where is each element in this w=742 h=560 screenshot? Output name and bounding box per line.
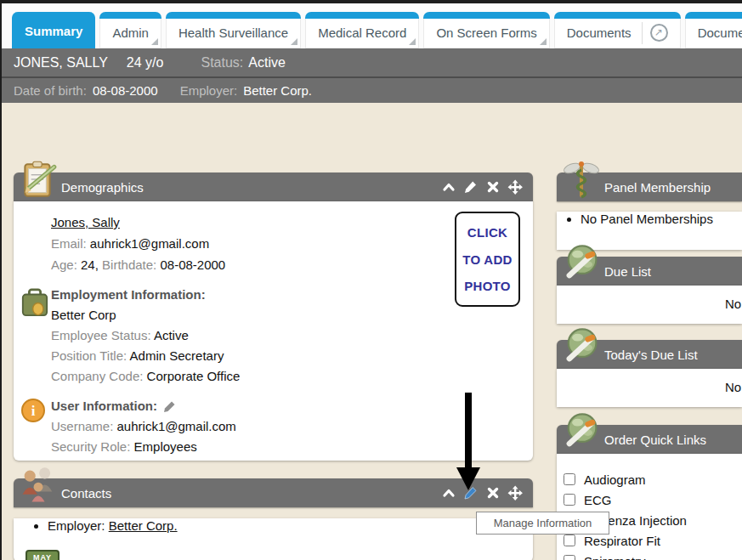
email-value: auhrick1@gmail.com	[90, 236, 209, 251]
quick-link-label: Spirometry	[584, 554, 646, 560]
tab-medical-record[interactable]: Medical Record	[305, 12, 419, 48]
close-icon[interactable]	[485, 485, 501, 501]
patient-age: 24 y/o	[127, 55, 164, 71]
edit-icon[interactable]	[463, 179, 479, 195]
contact-employer-link[interactable]: Better Corp.	[109, 518, 178, 533]
demographics-panel-header: Demographics	[14, 173, 533, 201]
move-icon[interactable]	[507, 179, 523, 195]
panel-title: Today's Due List	[604, 348, 698, 362]
contacts-panel-body: Employer: Better Corp.	[14, 518, 533, 560]
info-icon: i	[20, 398, 46, 423]
age-value: 24,	[81, 257, 99, 272]
briefcase-icon	[20, 286, 49, 319]
due-list-body: No	[557, 286, 742, 324]
patient-name-link[interactable]: Jones, Sally	[51, 215, 120, 229]
panel-title: Demographics	[61, 180, 144, 195]
spirometry-checkbox[interactable]	[564, 555, 575, 560]
tab-accent-cap	[423, 12, 549, 19]
due-list-empty-text: No	[725, 297, 741, 311]
collapse-icon[interactable]	[441, 485, 456, 501]
close-icon[interactable]	[485, 179, 501, 195]
tab-documents-dv[interactable]: Documents-DV ↗	[685, 12, 742, 48]
order-quick-links-header: Order Quick Links	[557, 425, 742, 454]
tab-documents[interactable]: Documents ↗	[554, 12, 681, 48]
tab-label: Documents	[567, 20, 632, 40]
tooltip-text: Manage Information	[494, 517, 592, 529]
user-heading: User Information:	[51, 396, 157, 416]
panel-actions	[441, 179, 533, 195]
photo-line: PHOTO	[464, 279, 511, 293]
contact-list-item: Employer: Better Corp.	[48, 518, 533, 533]
dob-label: Date of birth:	[14, 83, 87, 98]
security-role-value: Employees	[134, 439, 197, 454]
caduceus-icon	[560, 158, 603, 201]
respirator-fit-checkbox[interactable]	[564, 535, 575, 546]
tab-health-surveillance[interactable]: Health Surveillance	[166, 12, 301, 48]
panel-membership-panel: Panel Membership No Panel Memberships	[557, 173, 742, 250]
status-value: Active	[248, 55, 286, 71]
tab-on-screen-forms[interactable]: On Screen Forms	[423, 12, 549, 48]
collapse-icon[interactable]	[441, 179, 456, 195]
tab-accent-cap	[554, 12, 681, 19]
patient-subheader-bar: Date of birth: 08-08-2000 Employer: Bett…	[2, 78, 742, 103]
photo-line: TO ADD	[462, 252, 512, 267]
due-list-panel: Due List No	[557, 257, 742, 324]
patient-header-bar: JONES, SALLY 24 y/o Status: Active	[2, 48, 742, 76]
panel-title: Panel Membership	[604, 180, 711, 195]
todays-due-list-body: No	[557, 369, 742, 407]
quick-link-row: Spirometry	[557, 551, 742, 560]
todays-due-list-empty-text: No	[725, 380, 741, 394]
edit-pencil-icon[interactable]	[163, 400, 176, 413]
tab-label: Admin	[112, 20, 149, 40]
photo-line: CLICK	[467, 225, 507, 240]
tab-label: On Screen Forms	[436, 20, 536, 40]
panel-membership-empty-item: No Panel Memberships	[581, 212, 742, 226]
position-title-value: Admin Secretary	[130, 348, 224, 363]
panel-title: Order Quick Links	[604, 433, 706, 447]
age-label: Age:	[51, 257, 77, 272]
panel-membership-header: Panel Membership	[557, 173, 742, 201]
move-icon[interactable]	[507, 485, 523, 501]
status-label: Status:	[201, 55, 243, 71]
audiogram-checkbox[interactable]	[564, 473, 575, 485]
add-photo-button[interactable]: CLICK TO ADD PHOTO	[455, 212, 520, 307]
family-icon	[17, 464, 59, 506]
clipboard-pencil-icon	[17, 158, 59, 201]
submenu-indicator-icon	[409, 38, 416, 45]
annotation-arrow	[456, 393, 481, 491]
patient-summary-page: Summary Admin Health Surveillance Medica…	[0, 0, 742, 560]
employer-label: Employer:	[180, 83, 238, 98]
thermometer-icon	[560, 325, 603, 368]
todays-due-list-header: Today's Due List	[557, 340, 742, 369]
employer-value: Better Corp.	[243, 83, 312, 98]
tab-label: Documents-DV	[698, 20, 742, 40]
thermometer-icon	[560, 410, 603, 453]
contact-employer-label: Employer:	[48, 518, 105, 533]
quick-link-row: ECG	[557, 489, 742, 510]
thermometer-icon	[560, 242, 603, 285]
tab-accent-cap	[305, 12, 419, 19]
employee-status-value: Active	[154, 328, 189, 342]
external-link-icon[interactable]: ↗	[650, 24, 668, 42]
tab-admin[interactable]: Admin	[99, 12, 161, 48]
birthdate-label: Birthdate:	[102, 257, 156, 272]
window-top-edge	[0, 0, 742, 3]
tab-summary[interactable]: Summary	[12, 12, 95, 48]
main-tab-bar: Summary Admin Health Surveillance Medica…	[2, 3, 742, 48]
employment-company: Better Corp	[14, 305, 533, 325]
ecg-checkbox[interactable]	[564, 494, 575, 506]
order-quick-links-panel: Order Quick Links Audiogram ECG Influenz…	[557, 425, 742, 560]
birthdate-value: 08-08-2000	[160, 257, 225, 272]
username-value: auhrick1@gmail.com	[117, 419, 236, 433]
position-title-label: Position Title:	[51, 348, 127, 363]
window-left-edge	[0, 0, 2, 560]
quick-link-label: Respirator Fit	[584, 534, 660, 548]
quick-link-label: ECG	[584, 493, 612, 507]
employee-status-label: Employee Status:	[51, 328, 151, 342]
submenu-indicator-icon	[291, 38, 297, 45]
company-code-label: Company Code:	[51, 369, 143, 383]
svg-text:i: i	[31, 403, 36, 419]
security-role-label: Security Role:	[51, 439, 130, 454]
panel-title: Due List	[604, 264, 651, 279]
panel-title: Contacts	[61, 486, 111, 501]
